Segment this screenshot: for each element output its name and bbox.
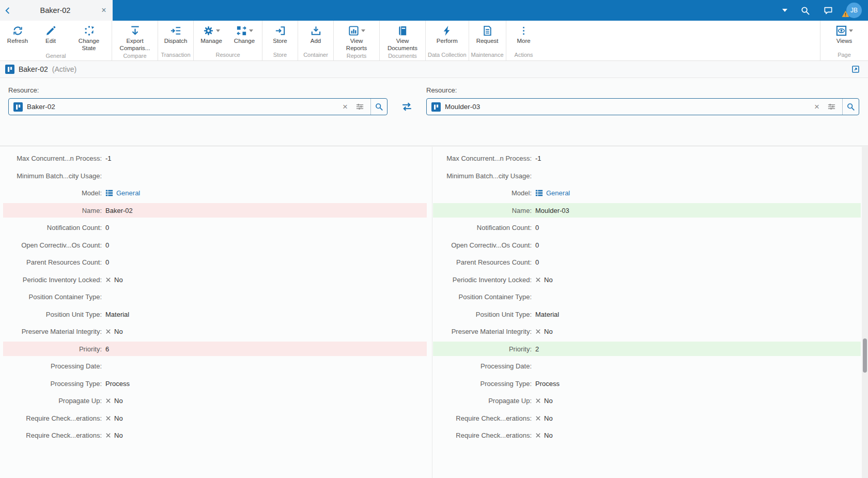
change-button[interactable]: Change <box>228 21 261 51</box>
field-row-left[interactable]: Open Correctiv...Os Count: 0 <box>3 238 427 252</box>
field-row-left[interactable]: Require Check...erations: No <box>3 428 427 443</box>
search-button[interactable] <box>842 99 859 115</box>
field-row-right[interactable]: Notification Count: 0 <box>433 221 861 235</box>
field-row-right[interactable]: Position Container Type: <box>433 290 861 304</box>
field-label: Model: <box>433 189 532 197</box>
field-value: Moulder-03 <box>535 207 569 214</box>
toolbar-group-label: Actions <box>507 51 540 60</box>
field-label: Open Correctiv...Os Count: <box>433 241 532 249</box>
field-label: Require Check...erations: <box>3 414 102 422</box>
toolbar-button-label: More <box>517 37 530 45</box>
field-label: Position Container Type: <box>3 293 102 301</box>
field-row-right[interactable]: Position Unit Type: Material <box>433 307 861 321</box>
toolbar-group-label: Container <box>299 51 332 60</box>
field-row-right[interactable]: Name: Moulder-03 <box>433 203 861 218</box>
resource-input-left[interactable]: Baker-02 × <box>8 98 388 115</box>
perform-button[interactable]: Perform <box>430 21 463 51</box>
tab-close-button[interactable]: × <box>95 6 113 15</box>
toolbar-group: Export Comparis...Compare <box>112 21 158 60</box>
field-row-left[interactable]: Propagate Up: No <box>3 394 427 408</box>
field-row-right[interactable]: Propagate Up: No <box>433 394 861 408</box>
search-icon[interactable] <box>800 6 810 16</box>
toolbar-button-label: Store <box>273 37 287 45</box>
view-documents-button[interactable]: View Documents <box>381 21 424 52</box>
views-button[interactable]: Views <box>828 21 861 51</box>
user-avatar[interactable]: JB <box>846 3 862 18</box>
toolbar-button-label: Export Comparis... <box>118 37 152 52</box>
swap-resources-icon[interactable] <box>400 101 413 114</box>
resource-input-right[interactable]: Moulder-03 × <box>426 98 859 115</box>
field-value[interactable]: General <box>535 189 570 197</box>
change-state-button[interactable]: Change State <box>67 21 111 52</box>
refresh-icon <box>12 25 24 37</box>
field-row-left[interactable]: Notification Count: 0 <box>3 221 427 235</box>
popout-icon[interactable] <box>851 65 860 73</box>
comparison-grid: Max Concurrent...n Process: -1 Max Concu… <box>0 147 862 478</box>
search-button[interactable] <box>370 99 387 115</box>
field-label: Notification Count: <box>3 224 102 232</box>
scrollbar-thumb[interactable] <box>863 338 867 373</box>
refresh-button[interactable]: Refresh <box>1 21 34 52</box>
more-button[interactable]: More <box>507 21 540 51</box>
field-row-right[interactable]: Open Correctiv...Os Count: 0 <box>433 238 861 252</box>
request-button[interactable]: Request <box>471 21 504 51</box>
field-row-left[interactable]: Model: General <box>3 186 427 201</box>
field-row-left[interactable]: Position Container Type: <box>3 290 427 304</box>
caret-down-icon[interactable] <box>361 29 365 34</box>
view-documents-icon <box>397 25 409 37</box>
resource-value-right: Moulder-03 <box>445 103 808 111</box>
back-button[interactable] <box>0 0 16 21</box>
field-value: 0 <box>105 224 109 232</box>
field-row-left[interactable]: Position Unit Type: Material <box>3 307 427 321</box>
caret-down-icon[interactable] <box>216 29 220 34</box>
field-row-right[interactable]: Priority: 2 <box>433 342 861 356</box>
export-comparison-button[interactable]: Export Comparis... <box>113 21 157 52</box>
filter-sliders-icon[interactable] <box>354 102 366 111</box>
caret-down-icon[interactable] <box>782 9 787 14</box>
field-row-right[interactable]: Require Check...erations: No <box>433 411 861 425</box>
field-row-left[interactable]: Priority: 6 <box>3 342 427 356</box>
edit-button[interactable]: Edit <box>34 21 67 52</box>
field-row-right[interactable]: Preserve Material Integrity: No <box>433 325 861 339</box>
field-row-right[interactable]: Processing Type: Process <box>433 376 861 391</box>
toolbar-group: StoreStore <box>262 21 298 60</box>
clear-icon[interactable]: × <box>812 102 822 111</box>
field-row-right[interactable]: Processing Date: <box>433 359 861 374</box>
field-row-right[interactable]: Max Concurrent...n Process: -1 <box>433 151 861 166</box>
field-label: Max Concurrent...n Process: <box>3 155 102 162</box>
chat-icon[interactable] <box>823 5 833 16</box>
caret-down-icon[interactable] <box>849 29 853 34</box>
comparison-row: Model: General Model: General <box>0 184 862 202</box>
filter-sliders-icon[interactable] <box>826 102 838 111</box>
page-title: Baker-02 <box>19 65 48 73</box>
field-row-left[interactable]: Parent Resources Count: 0 <box>3 255 427 270</box>
field-row-right[interactable]: Require Check...erations: No <box>433 428 861 443</box>
clear-icon[interactable]: × <box>340 102 350 111</box>
no-cross-icon <box>105 398 111 404</box>
field-row-left[interactable]: Require Check...erations: No <box>3 411 427 425</box>
field-row-right[interactable]: Periodic Inventory Locked: No <box>433 272 861 287</box>
field-row-left[interactable]: Preserve Material Integrity: No <box>3 325 427 339</box>
field-row-left[interactable]: Processing Date: <box>3 359 427 374</box>
field-row-left[interactable]: Name: Baker-02 <box>3 203 427 218</box>
field-row-left[interactable]: Minimum Batch...city Usage: <box>3 168 427 183</box>
field-row-right[interactable]: Model: General <box>433 186 861 201</box>
field-row-right[interactable]: Parent Resources Count: 0 <box>433 255 861 270</box>
field-row-right[interactable]: Minimum Batch...city Usage: <box>433 168 861 183</box>
store-icon <box>274 25 286 37</box>
add-button[interactable]: Add <box>299 21 332 51</box>
no-cross-icon <box>535 433 541 438</box>
store-button[interactable]: Store <box>264 21 297 51</box>
field-row-left[interactable]: Periodic Inventory Locked: No <box>3 272 427 287</box>
request-icon <box>482 25 493 37</box>
field-row-left[interactable]: Processing Type: Process <box>3 376 427 391</box>
comparison-row: Minimum Batch...city Usage: Minimum Batc… <box>0 167 862 185</box>
field-row-left[interactable]: Max Concurrent...n Process: -1 <box>3 151 427 166</box>
scrollbar[interactable] <box>862 147 868 478</box>
dispatch-button[interactable]: Dispatch <box>159 21 192 51</box>
view-reports-button[interactable]: View Reports <box>335 21 378 52</box>
manage-button[interactable]: Manage <box>195 21 228 51</box>
toolbar-group-label: Store <box>264 51 297 60</box>
caret-down-icon[interactable] <box>249 29 253 34</box>
field-value[interactable]: General <box>105 189 140 197</box>
